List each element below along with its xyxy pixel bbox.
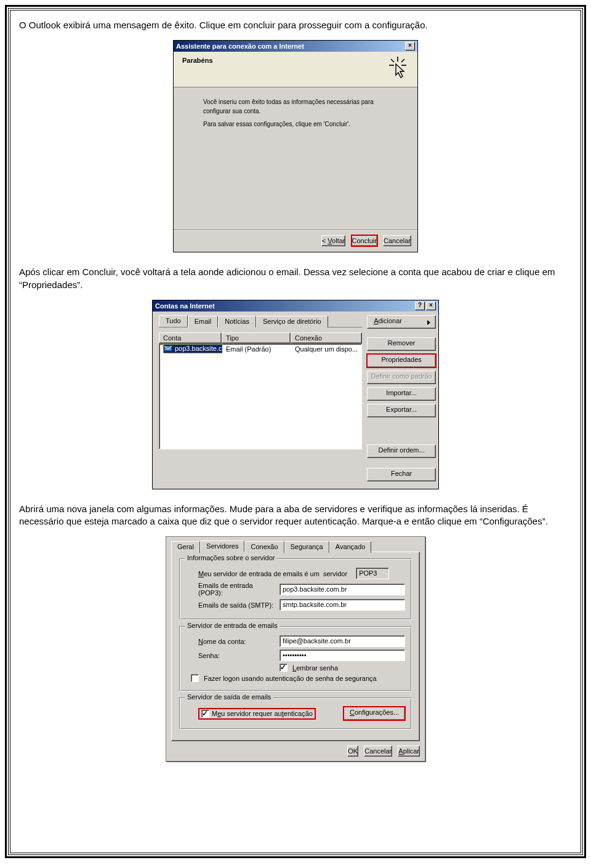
wizard-dialog: Assistente para conexão com a Internet ×… xyxy=(173,40,418,252)
accounts-dialog: Contas na Internet ? × Tudo Email Notíci… xyxy=(152,300,439,489)
col-type[interactable]: Tipo xyxy=(222,332,291,344)
set-default-button[interactable]: Definir como padrão xyxy=(367,371,436,384)
tab-servers[interactable]: Servidores xyxy=(200,540,245,552)
wizard-title: Assistente para conexão com a Internet xyxy=(176,42,304,50)
group-outgoing-server: Servidor de saída de emails xyxy=(185,693,273,701)
tab-general[interactable]: Geral xyxy=(171,541,200,553)
label-pop3: Emails de entrada (POP3): xyxy=(198,582,275,597)
add-button[interactable]: Adicionar xyxy=(367,315,436,329)
accounts-titlebar: Contas na Internet ? × xyxy=(153,300,438,311)
settings-button[interactable]: Configurações... xyxy=(344,707,405,720)
input-smtp[interactable]: smtp.backsite.com.br xyxy=(279,599,405,611)
tab-advanced[interactable]: Avançado xyxy=(329,541,372,553)
accounts-title: Contas na Internet xyxy=(155,302,215,310)
svg-line-4 xyxy=(401,59,404,62)
checkbox-spa[interactable] xyxy=(191,674,199,682)
close-button[interactable]: Fechar xyxy=(367,468,436,481)
account-icon xyxy=(164,344,172,353)
tab-all[interactable]: Tudo xyxy=(159,315,188,327)
group-server-info: Informações sobre o servidor xyxy=(185,554,277,561)
accounts-list[interactable]: pop3.backsite.c... Email (Padrão) Qualqu… xyxy=(159,344,362,449)
label-smtp: Emails de saída (SMTP): xyxy=(198,601,275,609)
finish-button[interactable]: Concluir xyxy=(352,235,377,246)
tab-email[interactable]: Email xyxy=(188,316,219,328)
group-incoming-server: Servidor de entrada de emails xyxy=(185,622,280,629)
paragraph-3: Abrirá uma nova janela com algumas infor… xyxy=(19,503,572,528)
paragraph-1: O Outlook exibirá uma mensagem de êxito.… xyxy=(19,19,572,31)
col-connection[interactable]: Conexão xyxy=(291,332,362,344)
close-icon[interactable]: × xyxy=(426,302,436,310)
tab-security[interactable]: Segurança xyxy=(284,541,329,553)
cancel-button[interactable]: Cancelar xyxy=(364,745,392,757)
label-password: Senha: xyxy=(198,652,275,659)
cell-type: Email (Padrão) xyxy=(222,345,291,353)
cell-connection: Qualquer um dispo... xyxy=(291,345,361,353)
properties-dialog: Geral Servidores Conexão Segurança Avanç… xyxy=(166,536,425,762)
input-pop3[interactable]: pop3.backsite.com.br xyxy=(279,584,405,595)
tab-news[interactable]: Notícias xyxy=(218,316,256,328)
help-icon[interactable]: ? xyxy=(415,302,425,310)
wizard-titlebar: Assistente para conexão com a Internet × xyxy=(174,41,417,52)
cancel-button[interactable]: Cancelar xyxy=(383,235,411,246)
remove-button[interactable]: Remover xyxy=(367,337,436,351)
svg-line-3 xyxy=(391,59,394,62)
tab-directory[interactable]: Serviço de diretório xyxy=(256,316,328,328)
checkbox-remember-password[interactable] xyxy=(279,664,287,672)
label-incoming-type: Meu servidor de entrada de emails é um s… xyxy=(198,570,347,577)
chevron-right-icon xyxy=(427,320,430,325)
col-account[interactable]: Conta xyxy=(159,332,222,344)
properties-button[interactable]: Propriedades xyxy=(367,354,436,368)
input-password[interactable]: •••••••••• xyxy=(279,649,405,661)
list-item[interactable]: pop3.backsite.c... Email (Padrão) Qualqu… xyxy=(159,344,361,354)
cell-account: pop3.backsite.c... xyxy=(175,345,222,352)
export-button[interactable]: Exportar... xyxy=(367,404,436,417)
tab-connection[interactable]: Conexão xyxy=(244,541,284,553)
paragraph-2: Após clicar em Concluir, você voltará a … xyxy=(19,266,572,291)
checkbox-requires-auth[interactable] xyxy=(201,710,209,718)
wizard-text-line1: Você inseriu com êxito todas as informaç… xyxy=(203,97,399,116)
value-protocol: POP3 xyxy=(356,568,389,579)
apply-button[interactable]: Aplicar xyxy=(398,745,420,757)
input-account-name[interactable]: filipe@backsite.com.br xyxy=(279,635,405,647)
cursor-click-icon xyxy=(385,55,410,80)
label-spa: Fazer logon usando autenticação de senha… xyxy=(204,675,377,682)
label-remember-password: Lembrar senha xyxy=(292,664,338,672)
ok-button[interactable]: OK xyxy=(347,745,358,757)
wizard-heading: Parabéns xyxy=(182,57,409,64)
label-account-name: Nome da conta: xyxy=(198,638,275,645)
set-order-button[interactable]: Definir ordem... xyxy=(367,444,436,458)
wizard-text-line2: Para salvar essas configurações, clique … xyxy=(203,119,399,129)
close-icon[interactable]: × xyxy=(405,42,415,50)
import-button[interactable]: Importar... xyxy=(367,387,436,401)
label-requires-auth: Meu servidor requer autenticação xyxy=(212,710,313,717)
back-button[interactable]: < Voltar xyxy=(321,235,346,246)
